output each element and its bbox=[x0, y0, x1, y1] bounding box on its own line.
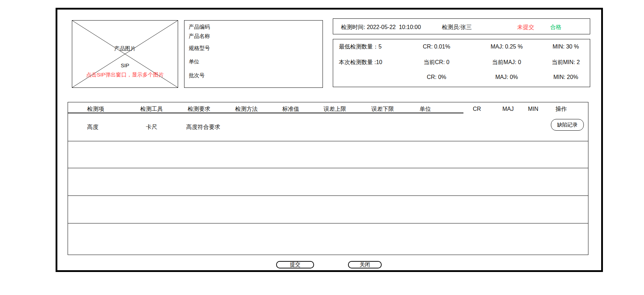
col-header-maj: MAJ bbox=[502, 106, 514, 113]
inspection-time-label: 检测时间: bbox=[341, 24, 367, 30]
col-header-lower-tol: 误差下限 bbox=[371, 106, 394, 113]
field-label-product-name: 产品名称 bbox=[189, 33, 210, 40]
stat-cr-rate: CR: 0% bbox=[427, 74, 446, 81]
stat-current-maj: 当前MAJ: 0 bbox=[492, 59, 521, 66]
field-label-batch-no: 批次号 bbox=[189, 72, 205, 79]
field-label-spec-model: 规格型号 bbox=[189, 45, 210, 52]
stat-min-rate: MIN: 20% bbox=[553, 74, 578, 81]
product-image-placeholder[interactable]: 产品图片 SIP 点击SIP弹出窗口，显示多个图片 bbox=[72, 20, 178, 88]
inspection-stats-panel: 最低检测数量：5 CR: 0.01% MAJ: 0.25 % MIN: 30 %… bbox=[333, 39, 590, 87]
stat-current-min: 当前MIN: 2 bbox=[552, 59, 580, 66]
inspection-header-panel: 检测时间: 2022-05-22 10:10:00 检测员:张三 未提交 合格 bbox=[333, 18, 590, 34]
product-image-label: 产品图片 bbox=[72, 45, 178, 52]
defect-record-button[interactable]: 缺陷记录 bbox=[551, 119, 584, 131]
row-separator bbox=[68, 223, 588, 223]
row-separator bbox=[68, 141, 588, 141]
col-header-tool: 检测工具 bbox=[140, 106, 163, 113]
col-header-requirement: 检测要求 bbox=[188, 106, 210, 113]
cell-requirement: 高度符合要求 bbox=[186, 124, 220, 131]
stat-maj-rate: MAJ: 0% bbox=[495, 74, 518, 81]
inspector: 检测员:张三 bbox=[442, 24, 472, 31]
col-header-action: 操作 bbox=[555, 106, 567, 113]
close-button[interactable]: 关闭 bbox=[348, 261, 382, 268]
stat-current-qty: 本次检测数量 :10 bbox=[339, 59, 382, 66]
inspection-time-value: 2022-05-22 10:10:00 bbox=[367, 24, 421, 30]
submit-status-badge: 未提交 bbox=[517, 24, 534, 31]
field-label-unit: 单位 bbox=[189, 58, 199, 65]
col-header-method: 检测方法 bbox=[235, 106, 258, 113]
result-status-badge: 合格 bbox=[550, 24, 562, 31]
submit-button[interactable]: 提交 bbox=[276, 261, 314, 268]
stat-min-limit: MIN: 30 % bbox=[553, 43, 579, 50]
stat-min-qty: 最低检测数量：5 bbox=[339, 43, 382, 50]
header-underline bbox=[68, 113, 463, 113]
col-header-unit: 单位 bbox=[420, 106, 431, 113]
stat-current-cr: 当前CR: 0 bbox=[424, 59, 450, 66]
inspector-label: 检测员: bbox=[442, 24, 460, 30]
inspection-dialog: 产品图片 SIP 点击SIP弹出窗口，显示多个图片 产品编码 产品名称 规格型号… bbox=[0, 0, 644, 295]
product-info-panel: 产品编码 产品名称 规格型号 单位 批次号 bbox=[184, 20, 323, 88]
col-header-min: MIN bbox=[528, 106, 538, 113]
col-header-upper-tol: 误差上限 bbox=[324, 106, 346, 113]
inspector-value: 张三 bbox=[460, 24, 472, 30]
row-separator bbox=[68, 168, 588, 168]
inspection-time: 检测时间: 2022-05-22 10:10:00 bbox=[341, 24, 421, 31]
stat-maj-limit: MAJ: 0.25 % bbox=[491, 43, 523, 50]
inspection-table: 检测项 检测工具 检测要求 检测方法 标准值 误差上限 误差下限 单位 CR M… bbox=[68, 102, 588, 255]
col-header-standard: 标准值 bbox=[282, 106, 299, 113]
field-label-product-code: 产品编码 bbox=[189, 23, 210, 30]
sip-link[interactable]: SIP bbox=[72, 62, 178, 69]
row-separator bbox=[68, 195, 588, 196]
col-header-item: 检测项 bbox=[87, 106, 104, 113]
cell-item: 高度 bbox=[87, 124, 98, 131]
cell-tool: 卡尺 bbox=[146, 124, 157, 131]
sip-hint-text: 点击SIP弹出窗口，显示多个图片 bbox=[72, 71, 178, 78]
col-header-cr: CR bbox=[473, 106, 481, 113]
stat-cr-limit: CR: 0.01% bbox=[423, 43, 450, 50]
